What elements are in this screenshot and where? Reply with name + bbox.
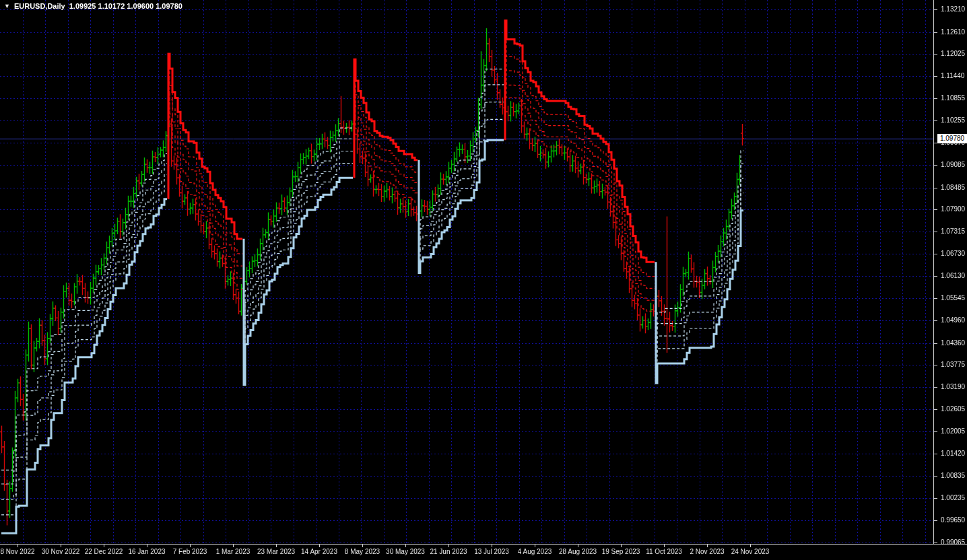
price-axis-label: 0.99065 bbox=[941, 538, 965, 547]
time-axis-label: 16 Jan 2023 bbox=[128, 548, 165, 556]
time-axis-label: 13 Jul 2023 bbox=[474, 548, 509, 556]
price-axis-label: 1.04360 bbox=[941, 339, 965, 347]
price-axis-label: 1.04960 bbox=[941, 316, 965, 324]
price-chart-canvas[interactable] bbox=[0, 0, 967, 560]
price-axis-label: 1.03775 bbox=[941, 361, 965, 369]
time-axis-label: 21 Jun 2023 bbox=[430, 548, 467, 556]
time-axis-label: 1 Mar 2023 bbox=[216, 548, 251, 556]
price-axis-label: 1.05545 bbox=[941, 294, 965, 302]
chart-window: ▼ EURUSD,Daily 1.09925 1.10172 1.09600 1… bbox=[0, 0, 967, 560]
time-axis-label: 7 Feb 2023 bbox=[173, 548, 207, 556]
time-axis-label: 23 Mar 2023 bbox=[257, 548, 295, 556]
time-axis-label: 8 Nov 2022 bbox=[0, 548, 34, 556]
chart-title-bar: ▼ EURUSD,Daily 1.09925 1.10172 1.09600 1… bbox=[4, 2, 182, 10]
price-axis-label: 1.03190 bbox=[941, 383, 965, 391]
price-axis-label: 1.12610 bbox=[941, 28, 965, 36]
chart-dropdown-icon[interactable]: ▼ bbox=[4, 3, 10, 9]
price-axis-label: 1.10255 bbox=[941, 116, 965, 125]
time-axis-label: 30 May 2023 bbox=[386, 548, 425, 556]
time-axis-label: 14 Apr 2023 bbox=[301, 548, 337, 556]
price-axis-label: 1.02605 bbox=[941, 405, 965, 413]
price-axis-label: 1.06130 bbox=[941, 272, 965, 280]
price-axis-label: 0.99650 bbox=[941, 516, 965, 524]
price-axis-label: 1.13210 bbox=[941, 5, 965, 13]
price-axis-label: 1.00235 bbox=[941, 494, 965, 502]
price-axis-label: 1.07900 bbox=[941, 205, 965, 213]
price-axis-label: 1.11440 bbox=[941, 72, 964, 80]
time-axis-label: 4 Aug 2023 bbox=[518, 548, 552, 556]
price-axis-label: 1.08485 bbox=[941, 184, 965, 192]
current-price-tag: 1.09780 bbox=[937, 134, 967, 143]
price-axis-label: 1.10855 bbox=[941, 94, 965, 102]
time-axis-label: 30 Nov 2022 bbox=[42, 548, 80, 556]
chart-symbol-period: EURUSD,Daily bbox=[14, 2, 65, 10]
chart-ohlc-values: 1.09925 1.10172 1.09600 1.09780 bbox=[69, 2, 182, 10]
time-axis-label: 8 May 2023 bbox=[345, 548, 380, 556]
price-axis-label: 1.12025 bbox=[941, 50, 965, 58]
price-axis-label: 1.09085 bbox=[941, 161, 965, 169]
time-axis-label: 28 Aug 2023 bbox=[559, 548, 597, 556]
price-axis-label: 1.07315 bbox=[941, 228, 965, 236]
time-axis-label: 24 Nov 2023 bbox=[731, 548, 770, 556]
time-axis-label: 19 Sep 2023 bbox=[602, 548, 640, 556]
price-axis-label: 1.00835 bbox=[941, 472, 965, 480]
time-axis-label: 22 Dec 2022 bbox=[85, 548, 123, 556]
time-axis-label: 11 Oct 2023 bbox=[646, 548, 682, 556]
price-axis-label: 1.06730 bbox=[941, 250, 965, 258]
time-axis-label: 2 Nov 2023 bbox=[690, 548, 724, 556]
price-axis-label: 1.01420 bbox=[941, 450, 965, 458]
price-axis-label: 1.02005 bbox=[941, 427, 965, 435]
